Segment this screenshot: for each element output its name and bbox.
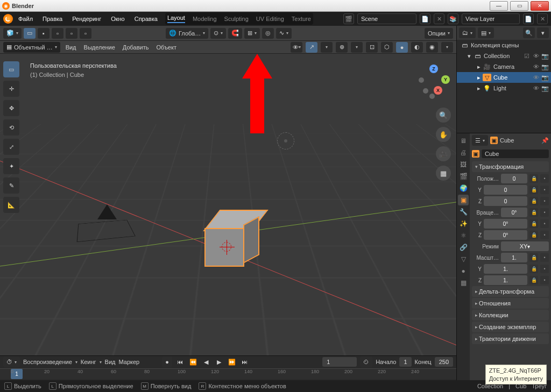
- menu-window[interactable]: Окно: [107, 16, 129, 22]
- tool-select-box[interactable]: ▭: [3, 61, 19, 77]
- pin-icon[interactable]: 📌: [541, 137, 549, 144]
- rot-z-field[interactable]: 0°: [484, 230, 527, 240]
- lock-icon[interactable]: 🔒: [529, 208, 538, 217]
- keyframe-prev-icon[interactable]: ⏪: [188, 357, 198, 367]
- tool-measure[interactable]: 📐: [3, 197, 19, 213]
- viewlayer-new-icon[interactable]: 📄: [523, 13, 534, 24]
- panel-collections[interactable]: Коллекции: [472, 310, 549, 320]
- rot-y-field[interactable]: 0°: [484, 219, 527, 229]
- navigation-gizmo[interactable]: Z Y X: [418, 66, 450, 98]
- menu-file[interactable]: Файл: [14, 16, 37, 22]
- timeline-editor-type[interactable]: ⏱ ▾: [3, 357, 20, 367]
- timeline-playback[interactable]: Воспроизведение: [23, 359, 72, 365]
- tool-move[interactable]: ✥: [3, 100, 19, 116]
- cube-object[interactable]: [204, 210, 256, 272]
- more-icon[interactable]: •: [540, 276, 549, 284]
- properties-breadcrumb[interactable]: Cube: [500, 137, 514, 144]
- 3d-viewport[interactable]: Пользовательская перспектива (1) Collect…: [0, 54, 456, 355]
- scene-name-field[interactable]: Scene: [357, 13, 416, 24]
- prop-tab-particles[interactable]: ✨: [458, 218, 469, 229]
- lock-icon[interactable]: 🔒: [529, 174, 538, 183]
- exclude-toggle[interactable]: ☑: [523, 53, 531, 60]
- menu-help[interactable]: Справка: [130, 16, 162, 22]
- gizmo-dropdown-icon[interactable]: ▾: [321, 42, 333, 53]
- shading-wireframe-icon[interactable]: ⬡: [381, 42, 393, 53]
- prop-tab-texture[interactable]: ▦: [458, 277, 469, 288]
- tool-scale[interactable]: ⤢: [3, 139, 19, 155]
- lock-icon[interactable]: 🔒: [529, 186, 538, 194]
- mode-dropdown[interactable]: ▦ Объектный … ▾: [3, 42, 60, 53]
- prop-tab-object[interactable]: ▣: [458, 195, 469, 205]
- proportional-type-dropdown[interactable]: ∿ ▾: [276, 28, 292, 39]
- overlay-dropdown-icon[interactable]: ▾: [351, 42, 363, 53]
- tab-uvediting[interactable]: UV Editing: [256, 16, 284, 22]
- visibility-dropdown-icon[interactable]: 👁 ▾: [291, 42, 302, 53]
- frame-current-field[interactable]: 1: [322, 357, 357, 367]
- zoom-icon[interactable]: 🔍: [436, 108, 451, 123]
- scale-y-field[interactable]: 1.: [484, 264, 527, 274]
- timeline-ruler[interactable]: 1 020406080100120140160180200220240: [0, 368, 456, 379]
- scene-new-icon[interactable]: 📄: [420, 13, 430, 24]
- more-icon[interactable]: •: [540, 208, 549, 217]
- outliner-item-cube[interactable]: ▸▽ Cube 👁📷: [457, 72, 551, 83]
- shading-dropdown-icon[interactable]: ▾: [441, 42, 453, 53]
- window-close-button[interactable]: ✕: [531, 1, 549, 11]
- render-toggle[interactable]: 📷: [541, 85, 549, 92]
- snap-type-dropdown[interactable]: ⊞ ▾: [244, 28, 260, 39]
- visibility-toggle[interactable]: 👁: [532, 53, 540, 60]
- panel-transform[interactable]: Трансформация: [472, 161, 549, 172]
- outliner-scene-collection[interactable]: 🗃 Коллекция сцены: [457, 40, 551, 51]
- select-mode-2-icon[interactable]: ▫: [52, 28, 63, 39]
- tab-sculpting[interactable]: Sculpting: [224, 16, 249, 22]
- outliner-item-camera[interactable]: ▸🎥 Camera 👁📷: [457, 61, 551, 72]
- orientation-dropdown[interactable]: 🌐 Глоба… ▾: [166, 28, 208, 39]
- viewlayer-browse-icon[interactable]: 📚: [448, 13, 458, 24]
- rotation-mode-dropdown[interactable]: XY ▾: [501, 241, 549, 251]
- tool-rotate[interactable]: ⟲: [3, 119, 19, 136]
- more-icon[interactable]: •: [540, 219, 549, 228]
- shading-matprev-icon[interactable]: ◐: [411, 42, 423, 53]
- object-name-field[interactable]: Cube: [482, 149, 549, 158]
- options-dropdown[interactable]: Опции ▾: [425, 28, 453, 39]
- autokey-toggle[interactable]: ●: [162, 357, 172, 367]
- editor-type-dropdown[interactable]: 🧊 ▾: [3, 28, 22, 39]
- outliner-search-icon[interactable]: 🔍: [523, 27, 535, 38]
- panel-instancing[interactable]: Создание экземпляр: [472, 322, 549, 332]
- perspective-toggle-icon[interactable]: ▦: [436, 166, 451, 181]
- loc-x-field[interactable]: 0: [501, 174, 527, 183]
- lock-icon[interactable]: 🔒: [529, 253, 538, 262]
- frame-start-field[interactable]: 1: [399, 357, 411, 367]
- visibility-toggle[interactable]: 👁: [532, 85, 540, 92]
- timeline-view[interactable]: Вид: [105, 359, 116, 365]
- prop-tab-output[interactable]: 🖨: [458, 147, 469, 158]
- select-mode-1-icon[interactable]: ▪: [38, 28, 50, 39]
- shading-solid-icon[interactable]: ●: [396, 42, 408, 53]
- outliner-type-dropdown[interactable]: 🗂 ▾: [459, 27, 476, 38]
- outliner-display-dropdown[interactable]: ▤ ▾: [478, 27, 494, 38]
- prop-tab-world[interactable]: 🌍: [458, 183, 469, 194]
- gizmo-toggle-icon[interactable]: ↗: [306, 42, 317, 53]
- viewlayer-delete-icon[interactable]: ✕: [537, 13, 548, 24]
- lock-icon[interactable]: 🔒: [529, 197, 538, 205]
- submenu-select[interactable]: Выделение: [82, 44, 117, 51]
- window-minimize-button[interactable]: —: [490, 1, 508, 11]
- axis-neg-icon[interactable]: [419, 77, 424, 83]
- tool-annotate[interactable]: ✎: [3, 177, 19, 194]
- prop-tab-scene[interactable]: 🎬: [458, 171, 469, 182]
- snap-toggle[interactable]: 🧲: [228, 28, 242, 39]
- render-toggle[interactable]: 📷: [541, 53, 549, 60]
- render-toggle[interactable]: 📷: [541, 74, 549, 81]
- outliner-item-light[interactable]: ▸💡 Light 👁📷: [457, 83, 551, 94]
- axis-neg-icon[interactable]: [423, 88, 428, 94]
- outliner-collection[interactable]: ▾ 🗃 Collection ☑👁📷: [457, 51, 551, 61]
- prop-tab-render[interactable]: 🖥: [458, 136, 469, 146]
- more-icon[interactable]: •: [540, 231, 549, 239]
- more-icon[interactable]: •: [540, 197, 549, 205]
- tool-cursor[interactable]: ✛: [3, 81, 19, 97]
- axis-z-icon[interactable]: Z: [429, 65, 438, 73]
- shading-rendered-icon[interactable]: ◉: [426, 42, 438, 53]
- xray-toggle-icon[interactable]: ⊡: [366, 42, 378, 53]
- jump-end-icon[interactable]: ⏭: [240, 357, 250, 367]
- more-icon[interactable]: •: [540, 265, 549, 273]
- lock-icon[interactable]: 🔒: [529, 219, 538, 228]
